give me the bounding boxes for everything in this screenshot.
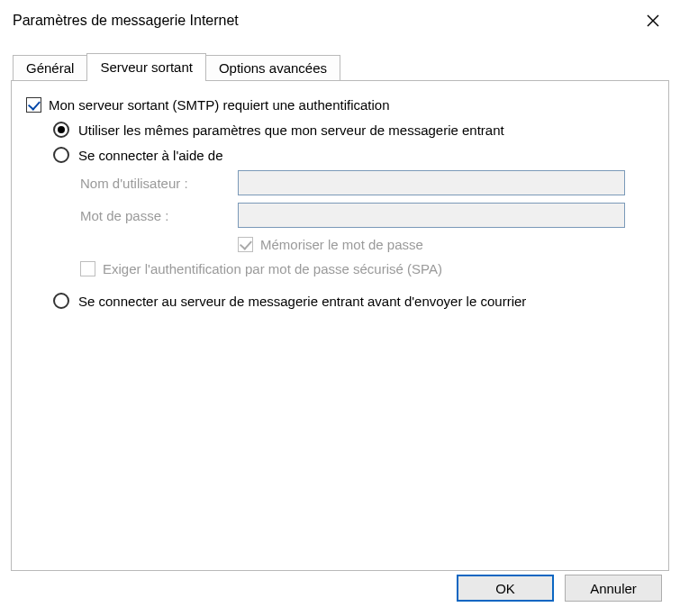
tab-panel-outgoing: Mon serveur sortant (SMTP) requiert une … — [11, 80, 669, 571]
remember-password-label: Mémoriser le mot de passe — [260, 237, 423, 252]
option-logon-row: Se connecter à l'aide de — [53, 147, 650, 163]
spa-checkbox[interactable] — [80, 261, 95, 276]
close-button[interactable] — [639, 6, 667, 35]
password-row: Mot de passe : — [80, 203, 650, 228]
tab-outgoing-label: Serveur sortant — [100, 59, 193, 75]
cancel-button[interactable]: Annuler — [565, 575, 662, 602]
smtp-auth-label: Mon serveur sortant (SMTP) requiert une … — [49, 97, 390, 113]
tab-strip: Général Serveur sortant Options avancées — [11, 52, 669, 80]
remember-password-checkbox[interactable] — [238, 237, 253, 252]
ok-button-label: OK — [495, 581, 515, 596]
password-label: Mot de passe : — [80, 208, 238, 223]
ok-button[interactable]: OK — [457, 575, 554, 602]
radio-before-send-label: Se connecter au serveur de messagerie en… — [78, 294, 526, 309]
username-label: Nom d'utilisateur : — [80, 176, 238, 191]
username-row: Nom d'utilisateur : — [80, 170, 650, 195]
smtp-auth-row: Mon serveur sortant (SMTP) requiert une … — [26, 97, 650, 113]
radio-logon-using[interactable] — [53, 147, 69, 163]
tab-advanced-label: Options avancées — [219, 60, 327, 76]
radio-logon-using-label: Se connecter à l'aide de — [78, 148, 222, 163]
option-same-row: Utiliser les mêmes paramètres que mon se… — [53, 122, 650, 138]
remember-row: Mémoriser le mot de passe — [238, 237, 650, 252]
dialog-footer: OK Annuler — [457, 575, 662, 602]
radio-use-same-label: Utiliser les mêmes paramètres que mon se… — [78, 122, 504, 138]
tab-general[interactable]: Général — [13, 55, 87, 81]
window-title: Paramètres de messagerie Internet — [13, 13, 239, 29]
username-input[interactable] — [238, 170, 625, 195]
tabs-container: Général Serveur sortant Options avancées… — [11, 52, 669, 571]
spa-label: Exiger l'authentification par mot de pas… — [103, 261, 442, 276]
smtp-auth-checkbox[interactable] — [26, 97, 41, 113]
close-icon — [647, 14, 659, 27]
spa-row: Exiger l'authentification par mot de pas… — [80, 261, 650, 276]
radio-before-send[interactable] — [53, 293, 69, 309]
tab-general-label: Général — [26, 60, 74, 76]
option-before-send-row: Se connecter au serveur de messagerie en… — [53, 293, 650, 309]
title-bar: Paramètres de messagerie Internet — [0, 0, 680, 36]
tab-outgoing[interactable]: Serveur sortant — [86, 53, 206, 81]
radio-use-same[interactable] — [53, 122, 69, 138]
cancel-button-label: Annuler — [590, 581, 637, 596]
tab-advanced[interactable]: Options avancées — [205, 55, 340, 81]
password-input[interactable] — [238, 203, 625, 228]
